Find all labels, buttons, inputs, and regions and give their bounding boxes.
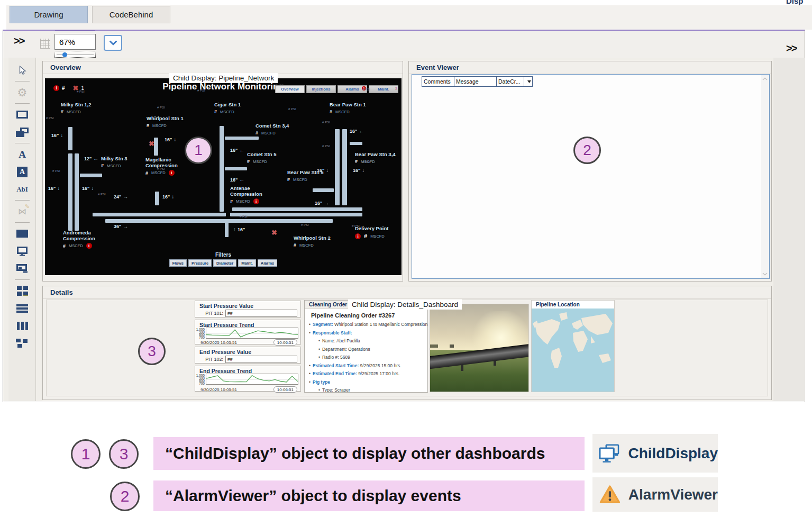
pipe-size-label: 16"↓ [165, 137, 176, 142]
dash-nav-overview[interactable]: Overview [275, 85, 305, 93]
slider-thumb[interactable] [62, 52, 67, 57]
status-value: # [62, 85, 65, 91]
text-input-icon: AbI [16, 185, 28, 194]
zoom-slider[interactable] [54, 51, 96, 58]
dash-nav-maint[interactable]: Maint.1 [369, 85, 398, 93]
pipe-size-label: 16"← [350, 128, 364, 134]
legend-circle-1: 1 [71, 439, 101, 469]
filter-alarms-button[interactable]: Alarms [258, 259, 277, 267]
pointer-tool[interactable] [15, 63, 30, 77]
pipe-size-label: 16"↓ [48, 185, 60, 191]
tab-drawing[interactable]: Drawing [10, 6, 88, 23]
station-name: Comet Stn 5 [247, 151, 276, 157]
childdisplay-icon-label: ChildDisplay [628, 445, 718, 462]
childdisplay-icon-card: ChildDisplay [592, 434, 718, 473]
filter-pressure-button[interactable]: Pressure [188, 259, 212, 267]
pipe-segment [155, 192, 159, 205]
column-datecreated[interactable]: DateCr... [497, 76, 524, 87]
event-grid-header: Comments Message DateCr... [422, 76, 533, 87]
child-display-tool[interactable] [15, 261, 30, 276]
expand-left-button[interactable]: >> [14, 35, 24, 47]
frame-bottom-2 [3, 402, 805, 402]
display-tool[interactable] [15, 244, 30, 258]
child-display-label-pipeline: Child Display: Pipeline_Network [169, 73, 278, 83]
toolbox-items: ⚙ A A AbI ⋈✎ [12, 61, 33, 352]
dropdown-arrow-icon [527, 80, 531, 83]
cleaning-item: •Department: Operations [305, 346, 427, 354]
column-dropdown-button[interactable] [524, 76, 533, 87]
cleaning-item: •Radio #: 5689 [305, 353, 427, 362]
label-filled-tool[interactable]: A [15, 165, 30, 179]
scroll-up-icon[interactable] [762, 77, 768, 81]
psi-label: # PSI [46, 116, 54, 120]
column-message[interactable]: Message [454, 76, 497, 87]
tab-codebehind-label: CodeBehind [110, 10, 153, 19]
alarmviewer-icon-card: AlarmViewer [592, 477, 718, 512]
filled-rectangle-tool[interactable] [15, 226, 30, 241]
monitor-icon [17, 247, 28, 256]
grid-icon[interactable] [40, 39, 50, 49]
settings-tool[interactable]: ⚙ [15, 85, 30, 99]
cleaning-item: •Responsible Staff: [305, 329, 427, 338]
filter-maint-button[interactable]: Maint. [238, 259, 256, 267]
zoom-input[interactable] [54, 34, 96, 50]
toolbar-dropdown-button[interactable] [104, 35, 122, 51]
filter-flows-button[interactable]: Flows [169, 259, 187, 267]
station: AndromedaCompression#MSCFDi [63, 230, 95, 249]
filter-diameter-button[interactable]: Diameter [213, 259, 236, 267]
event-viewer-grid[interactable]: Comments Message DateCr... [412, 74, 770, 279]
station: Delivery Pointi#MSCFD [355, 225, 388, 239]
pipe-segment [75, 153, 79, 231]
pipeline-dashboard[interactable]: Pipeline Network Monitoring i # ✖ 1 Over… [45, 78, 402, 275]
expand-right-button[interactable]: >> [786, 42, 796, 55]
legend-circle-2: 2 [110, 482, 140, 511]
cleaning-order-title: Pipeline Cleaning Order #3267 [305, 309, 427, 321]
columns-layout-tool[interactable] [15, 319, 30, 333]
station-unit: MSCFD [152, 123, 167, 128]
pipe-segment [230, 213, 362, 216]
station: Milky Stn 3#MSCFD [101, 156, 127, 168]
info-icon: i [169, 170, 175, 176]
column-comments[interactable]: Comments [422, 76, 454, 87]
psi-label: # PSI [157, 167, 165, 170]
station-unit: MSCFD [236, 199, 250, 204]
label-tool[interactable]: A [15, 147, 30, 161]
scroll-down-icon[interactable] [762, 272, 768, 276]
station-name: Milky Stn 3 [101, 156, 127, 161]
tab-codebehind[interactable]: CodeBehind [92, 6, 170, 23]
pipe-size-label: 16"← [230, 147, 244, 153]
chevron-down-icon [109, 40, 117, 46]
dash-nav-injections[interactable]: Injections [306, 85, 336, 93]
filters-row: Flows Pressure Diameter Maint. Alarms [45, 259, 402, 267]
pipe-segment [342, 129, 347, 205]
blocks-layout-tool[interactable] [15, 336, 30, 350]
annotation-circle-1: 1 [185, 137, 212, 164]
pipe-segment [154, 138, 158, 156]
psi-label: # PSI [362, 88, 370, 91]
stacked-panels-tool[interactable] [15, 125, 30, 139]
valve-edit-tool[interactable]: ⋈✎ [15, 204, 30, 219]
pit101-input[interactable] [225, 310, 297, 317]
rows-layout-tool[interactable] [15, 301, 30, 315]
pipe-size-label: 16"↓ [162, 194, 174, 199]
station-value: # [145, 170, 148, 176]
pipe-segment [80, 174, 102, 177]
annotation-circle-2: 2 [573, 137, 601, 164]
station-value: # [364, 233, 367, 239]
textbox-tool[interactable]: AbI [15, 182, 30, 196]
pipe-segment [68, 127, 72, 150]
world-map [532, 309, 614, 392]
info-icon: i [355, 233, 361, 239]
legend-text-alarmviewer: “AlarmViewer” object to display events [153, 480, 585, 511]
psi-label: # PSI [98, 193, 106, 196]
psi-label: # PSI [352, 224, 360, 228]
pit102-input[interactable] [225, 356, 297, 363]
rectangle-tool[interactable] [15, 107, 30, 122]
event-viewer-scrollbar[interactable] [761, 75, 769, 278]
info-icon: i [53, 85, 59, 91]
pipe-segment [232, 207, 362, 211]
pipe-size-label: 36"→ [114, 223, 128, 229]
trend-chart [206, 328, 298, 339]
dock-grid-tool[interactable] [15, 284, 30, 298]
station-unit: MSCFD [69, 243, 83, 248]
